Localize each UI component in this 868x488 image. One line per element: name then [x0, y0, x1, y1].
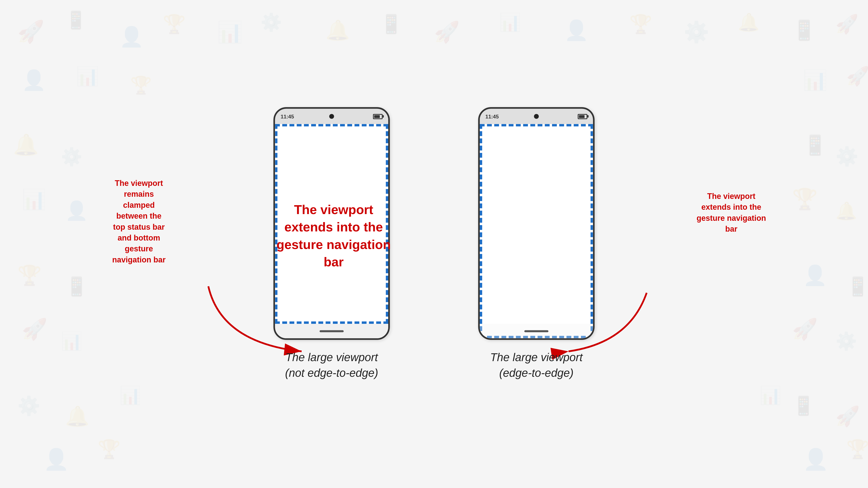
phone2-time: 11:45: [486, 113, 499, 119]
phone1-gesture-line: [320, 330, 344, 332]
right-annotation: The viewport extends into the gesture na…: [241, 201, 426, 271]
phone1-gesture-bar: [275, 324, 388, 338]
phone2-battery: [578, 113, 587, 119]
phone1-time: 11:45: [281, 113, 294, 119]
phone1-battery: [373, 113, 382, 119]
right-annotation-fixed: The viewport extends into the gesture na…: [677, 191, 785, 235]
phone2-gesture-line: [524, 330, 548, 332]
phone1-battery-fill: [374, 115, 380, 118]
left-annotation-fixed: The viewport remains clamped between the…: [83, 178, 195, 265]
phone2-camera: [534, 114, 539, 119]
phone2-container: 11:45 The large viewport (edge-to-edge): [478, 107, 595, 381]
phone2-battery-fill: [579, 115, 585, 118]
phone2-caption: The large viewport (edge-to-edge): [490, 349, 583, 381]
phone2-frame: 11:45: [478, 107, 595, 340]
phone1-caption: The large viewport (not edge-to-edge): [285, 349, 378, 381]
phone1-camera: [329, 114, 334, 119]
phone2-gesture-bar: [480, 324, 593, 338]
phone1-status-bar: 11:45: [275, 109, 388, 124]
phones-comparison-row: The viewport remains clamped between the…: [273, 107, 595, 381]
phone2-status-bar: 11:45: [480, 109, 593, 124]
phone2-viewport: [480, 124, 593, 338]
